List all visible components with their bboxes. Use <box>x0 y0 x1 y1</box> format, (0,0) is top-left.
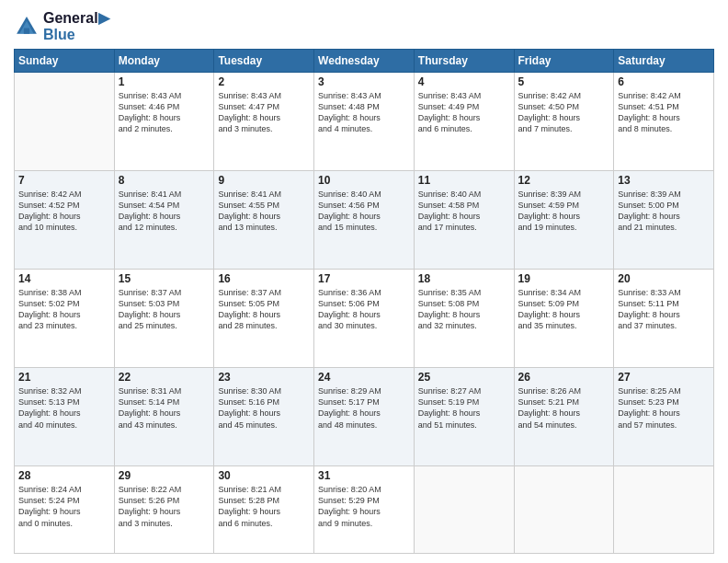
day-number: 4 <box>418 75 510 88</box>
day-number: 29 <box>119 469 210 482</box>
day-number: 5 <box>518 75 610 88</box>
day-number: 14 <box>18 272 110 285</box>
day-info: Sunrise: 8:37 AMSunset: 5:03 PMDaylight:… <box>119 287 210 332</box>
day-cell <box>614 466 714 554</box>
day-info: Sunrise: 8:24 AMSunset: 5:24 PMDaylight:… <box>18 484 110 529</box>
day-info: Sunrise: 8:20 AMSunset: 5:29 PMDaylight:… <box>318 484 410 529</box>
week-row-4: 21Sunrise: 8:32 AMSunset: 5:13 PMDayligh… <box>15 368 714 466</box>
logo-icon <box>14 14 40 40</box>
day-info: Sunrise: 8:35 AMSunset: 5:08 PMDaylight:… <box>418 287 510 332</box>
day-info: Sunrise: 8:42 AMSunset: 4:50 PMDaylight:… <box>518 90 610 135</box>
day-info: Sunrise: 8:34 AMSunset: 5:09 PMDaylight:… <box>518 287 610 332</box>
day-number: 2 <box>218 75 310 88</box>
day-number: 20 <box>618 272 710 285</box>
week-row-1: 1Sunrise: 8:43 AMSunset: 4:46 PMDaylight… <box>15 73 714 171</box>
day-info: Sunrise: 8:40 AMSunset: 4:58 PMDaylight:… <box>418 189 510 234</box>
day-number: 23 <box>218 371 310 384</box>
day-number: 22 <box>119 371 210 384</box>
week-row-3: 14Sunrise: 8:38 AMSunset: 5:02 PMDayligh… <box>15 270 714 368</box>
day-number: 28 <box>18 469 110 482</box>
header-row: SundayMondayTuesdayWednesdayThursdayFrid… <box>15 50 714 73</box>
day-cell: 15Sunrise: 8:37 AMSunset: 5:03 PMDayligh… <box>114 270 214 368</box>
day-cell: 3Sunrise: 8:43 AMSunset: 4:48 PMDaylight… <box>314 73 415 171</box>
day-cell: 21Sunrise: 8:32 AMSunset: 5:13 PMDayligh… <box>15 368 115 466</box>
day-cell: 23Sunrise: 8:30 AMSunset: 5:16 PMDayligh… <box>214 368 314 466</box>
day-info: Sunrise: 8:39 AMSunset: 5:00 PMDaylight:… <box>618 189 710 234</box>
day-cell: 10Sunrise: 8:40 AMSunset: 4:56 PMDayligh… <box>314 171 415 270</box>
day-cell: 13Sunrise: 8:39 AMSunset: 5:00 PMDayligh… <box>614 171 714 270</box>
header-cell-thursday: Thursday <box>414 50 514 73</box>
day-info: Sunrise: 8:32 AMSunset: 5:13 PMDaylight:… <box>18 385 110 431</box>
day-number: 17 <box>318 272 410 285</box>
day-info: Sunrise: 8:27 AMSunset: 5:19 PMDaylight:… <box>418 385 510 431</box>
day-cell <box>15 73 115 171</box>
day-cell: 22Sunrise: 8:31 AMSunset: 5:14 PMDayligh… <box>114 368 214 466</box>
day-cell: 12Sunrise: 8:39 AMSunset: 4:59 PMDayligh… <box>514 171 614 270</box>
calendar-table: SundayMondayTuesdayWednesdayThursdayFrid… <box>14 49 714 554</box>
day-info: Sunrise: 8:42 AMSunset: 4:51 PMDaylight:… <box>618 90 710 135</box>
day-cell: 29Sunrise: 8:22 AMSunset: 5:26 PMDayligh… <box>114 466 214 554</box>
day-number: 12 <box>518 174 610 187</box>
day-number: 1 <box>119 75 210 88</box>
day-info: Sunrise: 8:39 AMSunset: 4:59 PMDaylight:… <box>518 189 610 234</box>
day-number: 7 <box>18 174 110 187</box>
day-cell: 6Sunrise: 8:42 AMSunset: 4:51 PMDaylight… <box>614 73 714 171</box>
day-info: Sunrise: 8:22 AMSunset: 5:26 PMDaylight:… <box>119 484 210 529</box>
day-info: Sunrise: 8:43 AMSunset: 4:47 PMDaylight:… <box>218 90 310 135</box>
day-info: Sunrise: 8:43 AMSunset: 4:46 PMDaylight:… <box>119 90 210 135</box>
header-cell-tuesday: Tuesday <box>214 50 314 73</box>
day-cell: 19Sunrise: 8:34 AMSunset: 5:09 PMDayligh… <box>514 270 614 368</box>
day-info: Sunrise: 8:25 AMSunset: 5:23 PMDaylight:… <box>618 385 710 431</box>
day-cell: 27Sunrise: 8:25 AMSunset: 5:23 PMDayligh… <box>614 368 714 466</box>
svg-rect-2 <box>24 28 29 33</box>
day-number: 13 <box>618 174 710 187</box>
logo-text: General▶ Blue <box>43 9 109 43</box>
header-cell-wednesday: Wednesday <box>314 50 415 73</box>
day-number: 18 <box>418 272 510 285</box>
day-info: Sunrise: 8:31 AMSunset: 5:14 PMDaylight:… <box>119 385 210 431</box>
day-number: 24 <box>318 371 410 384</box>
day-number: 9 <box>218 174 310 187</box>
day-cell: 31Sunrise: 8:20 AMSunset: 5:29 PMDayligh… <box>314 466 415 554</box>
day-cell: 17Sunrise: 8:36 AMSunset: 5:06 PMDayligh… <box>314 270 415 368</box>
header: General▶ Blue <box>14 9 714 43</box>
logo: General▶ Blue <box>14 9 109 43</box>
day-cell: 11Sunrise: 8:40 AMSunset: 4:58 PMDayligh… <box>414 171 514 270</box>
day-info: Sunrise: 8:36 AMSunset: 5:06 PMDaylight:… <box>318 287 410 332</box>
day-number: 27 <box>618 371 710 384</box>
calendar-page: General▶ Blue SundayMondayTuesdayWednesd… <box>0 0 728 563</box>
day-number: 21 <box>18 371 110 384</box>
day-info: Sunrise: 8:21 AMSunset: 5:28 PMDaylight:… <box>218 484 310 529</box>
header-cell-friday: Friday <box>514 50 614 73</box>
day-cell: 8Sunrise: 8:41 AMSunset: 4:54 PMDaylight… <box>114 171 214 270</box>
day-info: Sunrise: 8:33 AMSunset: 5:11 PMDaylight:… <box>618 287 710 332</box>
day-cell: 20Sunrise: 8:33 AMSunset: 5:11 PMDayligh… <box>614 270 714 368</box>
day-cell: 16Sunrise: 8:37 AMSunset: 5:05 PMDayligh… <box>214 270 314 368</box>
day-info: Sunrise: 8:42 AMSunset: 4:52 PMDaylight:… <box>18 189 110 234</box>
day-number: 15 <box>119 272 210 285</box>
day-info: Sunrise: 8:29 AMSunset: 5:17 PMDaylight:… <box>318 385 410 431</box>
day-number: 3 <box>318 75 410 88</box>
day-number: 6 <box>618 75 710 88</box>
day-cell: 28Sunrise: 8:24 AMSunset: 5:24 PMDayligh… <box>15 466 115 554</box>
day-number: 31 <box>318 469 410 482</box>
day-number: 19 <box>518 272 610 285</box>
day-info: Sunrise: 8:43 AMSunset: 4:49 PMDaylight:… <box>418 90 510 135</box>
header-cell-monday: Monday <box>114 50 214 73</box>
week-row-5: 28Sunrise: 8:24 AMSunset: 5:24 PMDayligh… <box>15 466 714 554</box>
day-cell: 30Sunrise: 8:21 AMSunset: 5:28 PMDayligh… <box>214 466 314 554</box>
day-number: 25 <box>418 371 510 384</box>
day-cell: 18Sunrise: 8:35 AMSunset: 5:08 PMDayligh… <box>414 270 514 368</box>
day-cell: 14Sunrise: 8:38 AMSunset: 5:02 PMDayligh… <box>15 270 115 368</box>
day-number: 10 <box>318 174 410 187</box>
day-info: Sunrise: 8:40 AMSunset: 4:56 PMDaylight:… <box>318 189 410 234</box>
day-info: Sunrise: 8:43 AMSunset: 4:48 PMDaylight:… <box>318 90 410 135</box>
day-info: Sunrise: 8:37 AMSunset: 5:05 PMDaylight:… <box>218 287 310 332</box>
day-info: Sunrise: 8:38 AMSunset: 5:02 PMDaylight:… <box>18 287 110 332</box>
day-cell <box>514 466 614 554</box>
day-info: Sunrise: 8:41 AMSunset: 4:55 PMDaylight:… <box>218 189 310 234</box>
day-cell: 24Sunrise: 8:29 AMSunset: 5:17 PMDayligh… <box>314 368 415 466</box>
header-cell-saturday: Saturday <box>614 50 714 73</box>
day-info: Sunrise: 8:41 AMSunset: 4:54 PMDaylight:… <box>119 189 210 234</box>
day-cell <box>414 466 514 554</box>
